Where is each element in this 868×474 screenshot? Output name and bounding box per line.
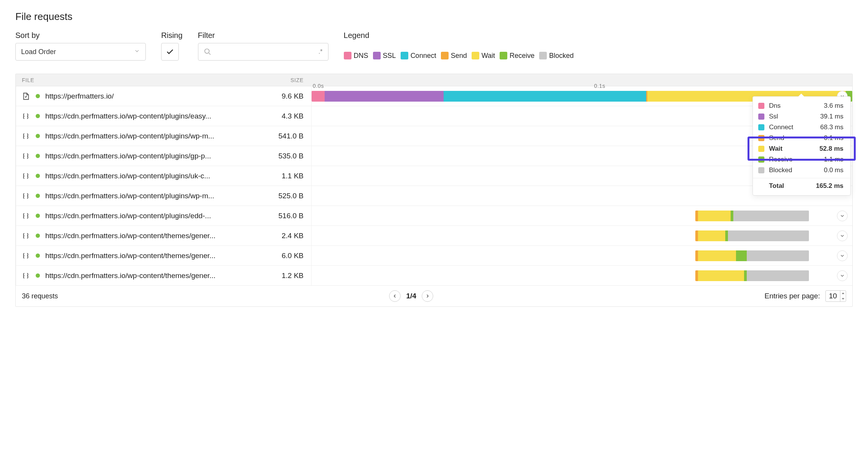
wf-segment bbox=[325, 91, 444, 102]
chevron-down-icon bbox=[840, 213, 845, 219]
svg-point-0 bbox=[205, 49, 209, 54]
tooltip-swatch bbox=[758, 124, 764, 130]
tooltip-total-label: Total bbox=[769, 182, 816, 190]
status-dot bbox=[36, 94, 40, 98]
table-row[interactable]: https://cdn.perfmatters.io/wp-content/th… bbox=[16, 226, 852, 246]
per-page-value: 10 bbox=[829, 292, 837, 300]
col-size-header[interactable]: SIZE bbox=[219, 77, 311, 83]
status-dot bbox=[36, 194, 40, 198]
table-row[interactable]: https://cdn.perfmatters.io/wp-content/th… bbox=[16, 246, 852, 266]
table-row[interactable]: https://cdn.perfmatters.io/wp-content/pl… bbox=[16, 106, 852, 126]
expand-row-button[interactable] bbox=[837, 230, 848, 241]
tooltip-row: Dns 3.6 ms bbox=[753, 100, 850, 111]
request-count: 36 requests bbox=[22, 292, 58, 300]
tooltip-row: Connect 68.3 ms bbox=[753, 122, 850, 133]
tooltip-row: Ssl 39.1 ms bbox=[753, 111, 850, 122]
tooltip-value: 0.0 ms bbox=[824, 166, 843, 174]
legend-swatch bbox=[472, 52, 479, 59]
sort-by-value: Load Order bbox=[21, 48, 56, 56]
file-url: https://cdn.perfmatters.io/wp-content/th… bbox=[45, 252, 216, 260]
legend-item: Send bbox=[441, 52, 470, 60]
wf-segment bbox=[698, 270, 744, 281]
file-cell: https://cdn.perfmatters.io/wp-content/pl… bbox=[16, 211, 219, 221]
wf-segment bbox=[725, 230, 728, 241]
legend-items: DNSSSLConnectSendWaitReceiveBlocked bbox=[344, 47, 853, 64]
legend-label: Blocked bbox=[549, 52, 574, 60]
controls-row: Sort by Load Order Rising Filter .* Lege… bbox=[15, 31, 853, 64]
table-row[interactable]: https://perfmatters.io/ 9.6 KB bbox=[16, 86, 852, 106]
sort-by-select[interactable]: Load Order bbox=[15, 43, 146, 61]
tooltip-row: Blocked 0.0 ms bbox=[753, 165, 850, 176]
size-cell: 4.3 KB bbox=[219, 112, 311, 120]
table-footer: 36 requests 1/4 Entries per page: 10 bbox=[16, 286, 852, 306]
legend-swatch bbox=[401, 52, 408, 59]
chevron-down-icon bbox=[840, 253, 845, 258]
per-page-input[interactable]: 10 bbox=[825, 290, 846, 302]
page-indicator: 1/4 bbox=[406, 292, 416, 300]
prev-page-button[interactable] bbox=[389, 290, 401, 302]
file-url: https://cdn.perfmatters.io/wp-content/pl… bbox=[45, 172, 210, 180]
file-url: https://cdn.perfmatters.io/wp-content/pl… bbox=[45, 212, 211, 220]
legend-label: Connect bbox=[411, 52, 436, 60]
expand-row-button[interactable] bbox=[837, 270, 848, 281]
legend-item: Blocked bbox=[539, 52, 577, 60]
table-row[interactable]: https://cdn.perfmatters.io/wp-content/pl… bbox=[16, 146, 852, 166]
table-row[interactable]: https://cdn.perfmatters.io/wp-content/pl… bbox=[16, 166, 852, 186]
wf-segment bbox=[444, 91, 646, 102]
file-url: https://cdn.perfmatters.io/wp-content/th… bbox=[45, 272, 216, 280]
chevron-down-icon bbox=[134, 48, 140, 56]
size-cell: 535.0 B bbox=[219, 152, 311, 160]
file-url: https://cdn.perfmatters.io/wp-content/pl… bbox=[45, 192, 214, 200]
waterfall-bar bbox=[695, 211, 809, 221]
tooltip-label: Dns bbox=[769, 102, 824, 110]
filter-group: Filter .* bbox=[198, 31, 328, 61]
expand-row-button[interactable] bbox=[837, 211, 848, 221]
waterfall-cell bbox=[311, 266, 852, 285]
col-file-header[interactable]: FILE bbox=[16, 77, 219, 83]
file-url: https://cdn.perfmatters.io/wp-content/pl… bbox=[45, 152, 211, 160]
status-dot bbox=[36, 273, 40, 278]
tooltip-label: Send bbox=[769, 134, 824, 142]
tooltip-value: 68.3 ms bbox=[820, 123, 843, 131]
braces-icon bbox=[21, 151, 30, 161]
table-row[interactable]: https://cdn.perfmatters.io/wp-content/pl… bbox=[16, 126, 852, 146]
wf-segment bbox=[747, 270, 809, 281]
rising-toggle[interactable] bbox=[161, 43, 179, 61]
tooltip-swatch bbox=[758, 135, 764, 141]
size-cell: 525.0 B bbox=[219, 192, 311, 200]
pager: 1/4 bbox=[389, 290, 433, 302]
document-icon bbox=[21, 92, 30, 101]
waterfall-bar bbox=[695, 270, 809, 281]
per-page-stepper[interactable] bbox=[840, 291, 846, 301]
table-row[interactable]: https://cdn.perfmatters.io/wp-content/pl… bbox=[16, 186, 852, 206]
table-row[interactable]: https://cdn.perfmatters.io/wp-content/th… bbox=[16, 266, 852, 286]
next-page-button[interactable] bbox=[422, 290, 433, 302]
tooltip-swatch bbox=[758, 103, 764, 109]
tooltip-label: Receive bbox=[769, 156, 824, 163]
legend-swatch bbox=[539, 52, 547, 59]
expand-row-button[interactable] bbox=[837, 250, 848, 261]
caret-up-icon bbox=[842, 292, 845, 295]
wf-segment bbox=[695, 270, 698, 281]
tooltip-total: Total165.2 ms bbox=[753, 178, 850, 191]
braces-icon bbox=[21, 251, 30, 260]
waterfall-cell bbox=[311, 246, 852, 265]
status-dot bbox=[36, 154, 40, 158]
chevron-right-icon bbox=[425, 294, 430, 298]
tooltip-row: Send 0.1 ms bbox=[753, 133, 850, 143]
legend-swatch bbox=[441, 52, 449, 59]
filter-field[interactable]: .* bbox=[198, 43, 328, 61]
wf-segment bbox=[312, 91, 325, 102]
tooltip-value: 0.1 ms bbox=[824, 134, 843, 142]
rising-label: Rising bbox=[161, 31, 183, 40]
file-url: https://cdn.perfmatters.io/wp-content/pl… bbox=[45, 112, 211, 120]
legend-label: DNS bbox=[354, 52, 368, 60]
waterfall-cell bbox=[311, 226, 852, 245]
file-url: https://cdn.perfmatters.io/wp-content/th… bbox=[45, 232, 216, 240]
tooltip-row: Wait 52.8 ms bbox=[753, 143, 850, 154]
table-row[interactable]: https://cdn.perfmatters.io/wp-content/pl… bbox=[16, 206, 852, 226]
legend-item: Receive bbox=[500, 52, 538, 60]
filter-input[interactable] bbox=[215, 48, 318, 56]
chevron-down-icon bbox=[840, 273, 845, 278]
chevron-left-icon bbox=[393, 294, 397, 298]
